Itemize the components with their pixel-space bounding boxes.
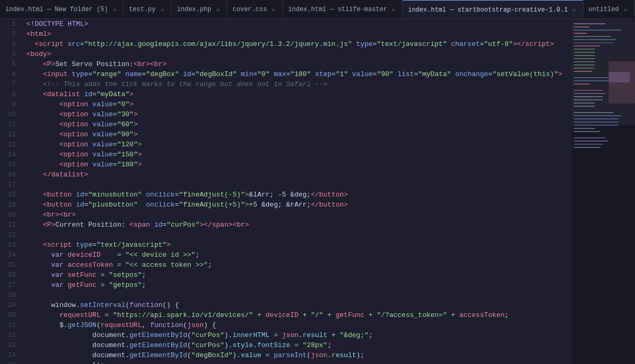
line-26: 26 var setFunc = "setpos"; [0, 270, 572, 280]
line-num-30: 30 [0, 310, 22, 320]
tab-4[interactable]: index.html — stlife-master ✕ [283, 0, 403, 19]
tab-4-label: index.html — stlife-master [288, 6, 387, 13]
line-code-24: var deviceID = "<< device id >>"; [22, 250, 572, 260]
tab-2[interactable]: index.php ✕ [172, 0, 227, 19]
tab-1-label: test.py [129, 6, 155, 13]
tab-1[interactable]: test.py ✕ [124, 0, 172, 19]
line-num-6: 6 [0, 69, 22, 79]
line-code-6: <input type="range" name="degBox" id="de… [22, 69, 572, 79]
svg-rect-36 [574, 147, 600, 148]
line-code-1: <!DOCTYPE HTML> [22, 19, 572, 29]
line-code-27: var getFunc = "getpos"; [22, 280, 572, 290]
line-11: 11 <option value="60"> [0, 119, 572, 129]
line-num-34: 34 [0, 350, 22, 360]
line-21: 21 <P>Current Position: <span id="curPos… [0, 220, 572, 230]
tab-0[interactable]: index.html — New folder (5) ✕ [0, 0, 124, 19]
line-13: 13 <option value="120"> [0, 139, 572, 150]
tab-2-close[interactable]: ✕ [214, 6, 221, 13]
tab-2-label: index.php [177, 6, 211, 13]
svg-rect-39 [609, 72, 630, 82]
line-num-35: 35 [0, 360, 22, 364]
line-num-10: 10 [0, 109, 22, 119]
tab-3[interactable]: cover.css ✕ [227, 0, 283, 19]
line-num-32: 32 [0, 330, 22, 340]
svg-rect-31 [574, 128, 595, 129]
line-code-32: document.getElementById("curPos").innerH… [22, 330, 572, 340]
line-num-22: 22 [0, 230, 22, 240]
line-23: 23 <script type="text/javascript"> [0, 240, 572, 250]
line-17: 17 [0, 180, 572, 190]
line-30: 30 requestURL = "https://api.spark.io/v1… [0, 310, 572, 320]
tab-5[interactable]: index.html — startbootstrap-creative-1.0… [403, 0, 583, 19]
line-7: 7 <!-- This adds the tick marks to the r… [0, 79, 572, 89]
tab-5-close[interactable]: ✕ [571, 6, 577, 14]
line-num-21: 21 [0, 220, 22, 230]
line-35: 35 }); [0, 360, 572, 364]
line-32: 32 document.getElementById("curPos").inn… [0, 330, 572, 340]
line-33: 33 document.getElementById("curPos").sty… [0, 340, 572, 350]
tab-6-label: untitled [589, 6, 619, 13]
line-num-29: 29 [0, 300, 22, 310]
line-24: 24 var deviceID = "<< device id >>"; [0, 250, 572, 260]
line-code-14: <option value="150"> [22, 150, 572, 160]
line-15: 15 <option value="180"> [0, 160, 572, 170]
line-num-24: 24 [0, 250, 22, 260]
line-code-2: <html> [22, 29, 572, 39]
line-14: 14 <option value="150"> [0, 150, 572, 160]
minimap[interactable] [572, 19, 635, 364]
line-num-5: 5 [0, 59, 22, 69]
line-num-9: 9 [0, 99, 22, 109]
line-code-21: <P>Current Position: <span id="curPos"><… [22, 220, 572, 230]
line-code-33: document.getElementById("curPos").style.… [22, 340, 572, 350]
line-num-31: 31 [0, 320, 22, 330]
line-4: 4 <body> [0, 49, 572, 59]
line-num-15: 15 [0, 160, 22, 170]
line-num-26: 26 [0, 270, 22, 280]
line-20: 20 <br><br> [0, 210, 572, 220]
svg-rect-30 [574, 125, 619, 126]
line-code-25: var accessToken = "<< access token >>"; [22, 260, 572, 270]
line-code-31: $.getJSON(requestURL, function(json) { [22, 320, 572, 330]
tab-0-close[interactable]: ✕ [111, 6, 118, 13]
line-2: 2 <html> [0, 29, 572, 39]
line-num-8: 8 [0, 89, 22, 99]
line-code-22 [22, 230, 572, 240]
line-num-17: 17 [0, 180, 22, 190]
line-22: 22 [0, 230, 572, 240]
tab-6[interactable]: untitled ✕ [583, 0, 635, 19]
line-code-15: <option value="180"> [22, 160, 572, 170]
line-code-12: <option value="90"> [22, 129, 572, 139]
line-25: 25 var accessToken = "<< access token >>… [0, 260, 572, 270]
line-9: 9 <option value="0"> [0, 99, 572, 109]
tab-3-close[interactable]: ✕ [270, 6, 277, 13]
line-num-3: 3 [0, 39, 22, 49]
line-code-3: <script src="http://ajax.googleapis.com/… [22, 39, 572, 49]
line-num-4: 4 [0, 49, 22, 59]
line-code-8: <datalist id="myData"> [22, 89, 572, 99]
tab-6-close[interactable]: ✕ [622, 6, 629, 13]
line-code-13: <option value="120"> [22, 139, 572, 150]
line-29: 29 window.setInterval(function() { [0, 300, 572, 310]
line-code-7: <!-- This adds the tick marks to the ran… [22, 79, 572, 89]
line-num-13: 13 [0, 139, 22, 150]
line-8: 8 <datalist id="myData"> [0, 89, 572, 99]
code-area[interactable]: 1 <!DOCTYPE HTML> 2 <html> 3 <script src… [0, 19, 572, 364]
line-num-7: 7 [0, 79, 22, 89]
line-code-28 [22, 290, 572, 300]
tab-1-close[interactable]: ✕ [158, 6, 166, 13]
line-code-23: <script type="text/javascript"> [22, 240, 572, 250]
line-num-14: 14 [0, 150, 22, 160]
line-num-28: 28 [0, 290, 22, 300]
svg-rect-33 [574, 137, 605, 138]
tab-4-close[interactable]: ✕ [390, 6, 397, 13]
line-code-17 [22, 180, 572, 190]
line-num-27: 27 [0, 280, 22, 290]
line-16: 16 </datalist> [0, 170, 572, 180]
line-code-30: requestURL = "https://api.spark.io/v1/de… [22, 310, 572, 320]
line-34: 34 document.getElementById("degBoxId").v… [0, 350, 572, 360]
line-code-26: var setFunc = "setpos"; [22, 270, 572, 280]
line-28: 28 [0, 290, 572, 300]
code-scroll[interactable]: 1 <!DOCTYPE HTML> 2 <html> 3 <script src… [0, 19, 572, 364]
line-31: 31 $.getJSON(requestURL, function(json) … [0, 320, 572, 330]
line-code-20: <br><br> [22, 210, 572, 220]
